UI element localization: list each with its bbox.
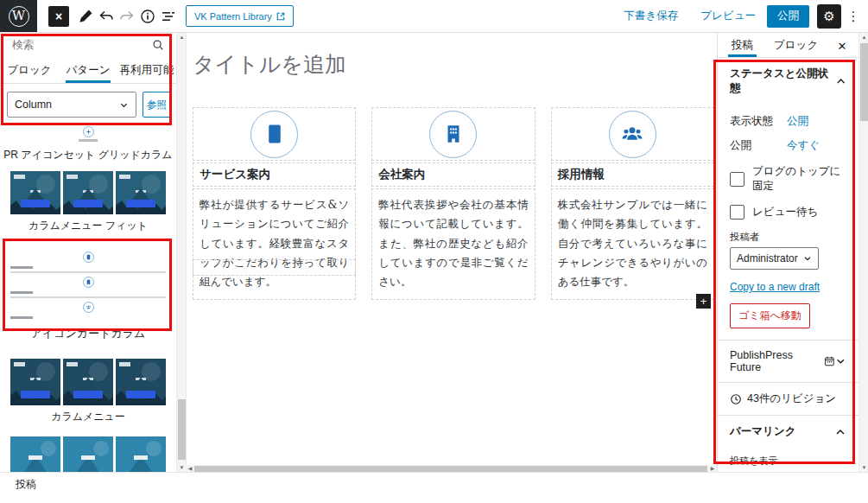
author-label: 投稿者 (718, 231, 859, 244)
author-select[interactable]: Administrator (730, 247, 819, 270)
copy-to-new-draft-link[interactable]: Copy to a new draft (730, 281, 820, 293)
chevron-down-icon (834, 354, 847, 368)
pattern-preview-thumbnails (0, 359, 176, 405)
pattern-label: アイコンカードカラム (0, 319, 176, 350)
editor-footer: 投稿 (0, 472, 868, 503)
post-title-placeholder[interactable]: タイトルを追加 (193, 50, 346, 79)
info-icon (139, 8, 156, 25)
icon-image-block[interactable] (371, 107, 535, 161)
more-vertical-icon: ⋮ (847, 9, 860, 23)
undo-icon (98, 8, 115, 25)
people-icon (621, 123, 643, 145)
tab-block[interactable]: ブロック (774, 33, 818, 57)
stick-to-top-option[interactable]: ブログのトップに固定 (718, 164, 859, 194)
checkbox[interactable] (730, 205, 744, 220)
pattern-preview-caption (79, 139, 98, 142)
chevron-up-icon (834, 74, 847, 88)
move-to-trash-button[interactable]: ゴミ箱へ移動 (730, 303, 810, 328)
pattern-item-column-menu[interactable]: カラムメニュー (0, 359, 176, 433)
browse-patterns-button[interactable]: 参照 (143, 92, 171, 118)
chevron-down-icon (119, 100, 129, 110)
column-recruit: 採用情報 株式会社サンプルでは一緒に働く仲間を募集しています。自分で考えていろい… (551, 107, 714, 300)
tab-reusable[interactable]: 再利用可能 (117, 57, 176, 83)
card-thumbnail (10, 359, 60, 405)
pattern-label: カラムメニュー (0, 405, 176, 433)
panel-status-header[interactable]: ステータスと公開状態 (718, 58, 859, 105)
revisions-button[interactable]: 43件のリビジョン (718, 383, 859, 415)
tab-post[interactable]: 投稿 (732, 33, 753, 57)
checkbox[interactable] (730, 172, 744, 187)
scroll-up-arrow[interactable]: ▲ (859, 33, 868, 41)
vk-pattern-library-label: VK Pattern Library (194, 11, 272, 22)
block-inserter-panel: ブロック パターン 再利用可能 Column 参照 PR アイコンセット グリッ… (0, 33, 176, 472)
list-view-button[interactable] (158, 6, 179, 27)
gear-icon: ⚙ (823, 9, 834, 24)
icon-image-block[interactable] (551, 107, 714, 161)
inserter-tabs: ブロック パターン 再利用可能 (0, 57, 176, 84)
search-input[interactable] (12, 39, 133, 51)
panel-publishpress-header[interactable]: PublishPress Future (718, 341, 859, 382)
icon-image-block[interactable] (193, 107, 356, 161)
close-settings-button[interactable]: ✕ (833, 37, 851, 54)
chevron-up-icon (833, 425, 847, 439)
pattern-preview-thumbnails (0, 171, 176, 214)
calendar-icon (824, 355, 835, 367)
pattern-item-pr-icon-grid[interactable]: PR アイコンセット グリッドカラム (0, 126, 176, 171)
pattern-preview-thumbnails (0, 436, 176, 472)
edit-mode-button[interactable] (75, 6, 96, 27)
save-draft-button[interactable]: 下書き保存 (613, 9, 690, 23)
details-button[interactable] (137, 6, 158, 27)
tab-patterns[interactable]: パターン (59, 57, 117, 83)
pattern-item-icon-card-column[interactable]: アイコンカードカラム (0, 250, 176, 350)
toolbar-right-group: 下書き保存 プレビュー 公開 ⚙ ⋮ (613, 4, 868, 29)
card-thumbnail (116, 359, 166, 405)
vk-pattern-library-button[interactable]: VK Pattern Library (186, 5, 294, 27)
pattern-search-row (0, 33, 176, 57)
close-icon: ✕ (838, 40, 847, 53)
wordpress-logo-icon: W (9, 6, 29, 27)
block-inserter-toggle-button[interactable]: × (48, 6, 69, 27)
column-paragraph[interactable]: 株式会社サンプルでは一緒に働く仲間を募集しています。自分で考えていろいろな事にチ… (551, 188, 714, 300)
card-thumbnail (63, 171, 113, 214)
scrollbar-thumb[interactable] (178, 399, 186, 460)
pattern-label: カラムメニュー フィット (0, 214, 176, 242)
card-thumbnail (116, 436, 166, 472)
wordpress-logo-button[interactable]: W (0, 0, 37, 32)
column-company: 会社案内 弊社代表挨拶や会社の基本情報について記載しています。また、弊社の歴史な… (371, 107, 535, 300)
pattern-item-bottom[interactable] (0, 436, 176, 472)
column-paragraph[interactable]: 弊社が提供するサービス&ソリューションについてご紹介しています。経験豊富なスタッ… (193, 188, 356, 300)
card-thumbnail (63, 436, 113, 472)
column-heading[interactable]: 採用情報 (551, 162, 714, 187)
scrollbar-thumb[interactable] (860, 43, 868, 121)
plus-icon: + (700, 295, 707, 308)
publish-date-button[interactable]: 今すぐ (787, 138, 820, 153)
scroll-down-arrow[interactable]: ▼ (859, 463, 868, 472)
column-paragraph[interactable]: 弊社代表挨拶や会社の基本情報について記載しています。また、弊社の歴史なども紹介し… (371, 188, 535, 300)
options-menu-button[interactable]: ⋮ (844, 9, 863, 24)
pencil-icon (77, 8, 94, 25)
right-sidebar-scrollbar[interactable]: ▲ ▼ (858, 33, 868, 472)
visibility-value-button[interactable]: 公開 (787, 114, 808, 129)
panel-permalink-header[interactable]: パーマリンク (718, 416, 859, 448)
breadcrumb-post[interactable]: 投稿 (16, 477, 36, 492)
settings-tabs: 投稿 ブロック ✕ (718, 33, 859, 58)
pending-review-option[interactable]: レビュー待ち (718, 205, 859, 220)
left-sidebar-scrollbar[interactable]: ▲ ▼ (176, 33, 186, 472)
column-heading[interactable]: サービス案内 (193, 162, 356, 187)
preview-button[interactable]: プレビュー (689, 9, 767, 23)
publish-button[interactable]: 公開 (767, 5, 809, 28)
chevron-down-icon (803, 254, 812, 263)
pattern-category-select[interactable]: Column (7, 92, 136, 118)
building-icon (86, 279, 92, 285)
people-icon (86, 304, 92, 310)
undo-button[interactable] (96, 6, 117, 27)
scrollbar-thumb[interactable] (194, 466, 707, 472)
editor-toolbar: W × VK Pattern Library 下書き保存 プレビュー 公開 ⚙ (0, 0, 868, 33)
add-block-button[interactable]: + (696, 294, 711, 309)
redo-button[interactable] (117, 6, 137, 27)
empty-paragraph-block[interactable] (193, 259, 356, 276)
column-heading[interactable]: 会社案内 (371, 162, 535, 187)
pattern-item-column-menu-fit[interactable]: カラムメニュー フィット (0, 171, 176, 242)
tab-blocks[interactable]: ブロック (0, 57, 59, 83)
settings-button[interactable]: ⚙ (817, 4, 841, 29)
